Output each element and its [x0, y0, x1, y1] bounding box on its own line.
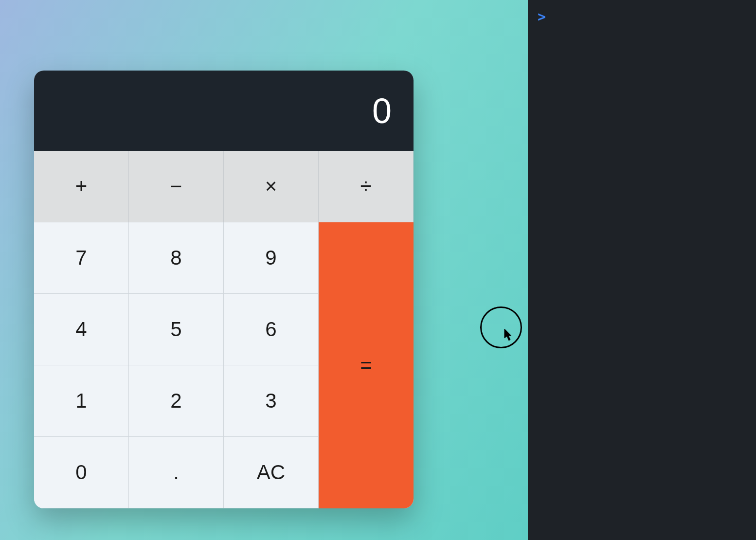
digit-2-button[interactable]: 2 [129, 365, 224, 437]
divide-button[interactable]: ÷ [319, 151, 414, 222]
calculator-display: 0 [34, 71, 414, 151]
calculator: 0 + − × ÷ 7 8 9 = 4 5 6 1 2 3 0 . AC [34, 71, 414, 508]
digit-0-button[interactable]: 0 [34, 437, 129, 508]
cursor-arrow-icon [504, 328, 514, 341]
calculator-keypad: + − × ÷ 7 8 9 = 4 5 6 1 2 3 0 . AC [34, 151, 414, 508]
digit-1-button[interactable]: 1 [34, 365, 129, 437]
digit-4-button[interactable]: 4 [34, 294, 129, 365]
add-button[interactable]: + [34, 151, 129, 222]
console-prompt: > [538, 9, 546, 25]
display-value: 0 [372, 91, 392, 131]
digit-6-button[interactable]: 6 [224, 294, 319, 365]
digit-3-button[interactable]: 3 [224, 365, 319, 437]
cursor-indicator-icon [480, 306, 522, 348]
digit-5-button[interactable]: 5 [129, 294, 224, 365]
digit-8-button[interactable]: 8 [129, 222, 224, 294]
digit-7-button[interactable]: 7 [34, 222, 129, 294]
decimal-button[interactable]: . [129, 437, 224, 508]
multiply-button[interactable]: × [224, 151, 319, 222]
digit-9-button[interactable]: 9 [224, 222, 319, 294]
equals-button[interactable]: = [319, 222, 414, 508]
subtract-button[interactable]: − [129, 151, 224, 222]
calculator-pane: 0 + − × ÷ 7 8 9 = 4 5 6 1 2 3 0 . AC [0, 0, 528, 540]
console-pane[interactable]: > [528, 0, 756, 540]
all-clear-button[interactable]: AC [224, 437, 319, 508]
